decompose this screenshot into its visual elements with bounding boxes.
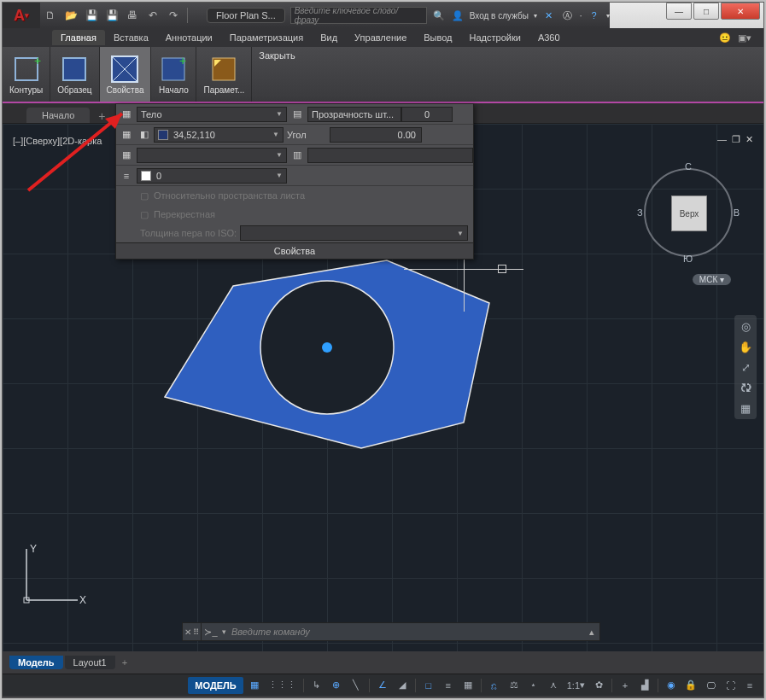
transparency-value[interactable]: 0 <box>401 107 453 122</box>
showmotion-icon[interactable]: ▦ <box>738 400 753 416</box>
login-label[interactable]: Вход в службы <box>470 11 529 20</box>
vp-minimize-icon[interactable]: — <box>717 134 727 145</box>
window-minimize-button[interactable]: — <box>666 3 692 20</box>
sb-transparency-icon[interactable]: ▦ <box>459 677 477 694</box>
props-panel-title[interactable]: Свойства <box>116 242 473 259</box>
sb-iso-icon[interactable]: ╲ <box>348 677 365 694</box>
status-bar: МОДЕЛЬ ▦ ⋮⋮⋮ ↳ ⊕ ╲ ∠ ◢ □ ≡ ▦ ⎌ ⚖ ⋆ ⋏ 1:1… <box>3 674 763 696</box>
saveas-icon[interactable]: 💾 <box>103 7 120 24</box>
sb-qp-icon[interactable]: ◉ <box>663 677 680 694</box>
color-picker-icon[interactable]: ◧ <box>137 125 154 144</box>
document-title: Floor Plan S... <box>207 8 285 23</box>
sb-osnap-icon[interactable]: ∠ <box>374 677 391 694</box>
window-close-button[interactable]: ✕ <box>721 3 760 20</box>
viewcube-west[interactable]: З <box>637 207 643 218</box>
viewcube[interactable]: Верх С Ю В З <box>637 161 740 264</box>
zoom-extents-icon[interactable]: ⤢ <box>738 359 753 375</box>
hatch-object[interactable] <box>122 226 532 499</box>
tab-annotate[interactable]: Аннотации <box>157 30 221 45</box>
featured-apps-icon[interactable]: 😐 <box>719 32 731 44</box>
ribbon-btn-pattern[interactable]: Образец <box>50 47 99 102</box>
layout-tabs: Модель Layout1 + <box>9 653 132 672</box>
sb-ortho-icon[interactable]: ↳ <box>308 677 325 694</box>
angle-value[interactable]: 0.00 <box>330 127 422 143</box>
viewcube-south[interactable]: Ю <box>683 254 693 264</box>
sb-polar-icon[interactable]: ⊕ <box>328 677 345 694</box>
app-menu-button[interactable]: A▾ <box>3 3 40 28</box>
viewcube-north[interactable]: С <box>685 161 692 172</box>
relative-to-paper-checkbox: ▢ Относительно пространства листа <box>116 186 473 205</box>
file-tab-add[interactable]: + <box>93 109 110 123</box>
pan-icon[interactable]: ✋ <box>738 339 753 354</box>
tab-view[interactable]: Вид <box>312 30 346 45</box>
cmdline-close-icon[interactable]: ✕ ⠿ <box>183 623 202 640</box>
tab-add-layout[interactable]: + <box>117 657 132 668</box>
tab-output[interactable]: Вывод <box>415 30 460 45</box>
ribbon-collapse-icon[interactable]: ▣▾ <box>738 32 751 44</box>
a360-icon[interactable]: Ⓐ <box>561 9 575 22</box>
viewcube-face-top[interactable]: Верх <box>671 195 707 231</box>
lineweight-dropdown[interactable]: 0▼ <box>137 168 287 184</box>
cmdline-history-icon[interactable]: ▴ <box>584 627 599 638</box>
hatch-color-dropdown[interactable]: 34,52,110▼ <box>154 127 284 143</box>
sb-workspace-icon[interactable]: ✿ <box>590 677 607 694</box>
sb-custom-icon[interactable]: ≡ <box>741 677 758 694</box>
help-icon[interactable]: ? <box>588 9 601 22</box>
sb-units-icon[interactable]: ▟ <box>636 677 653 694</box>
cmdline-input[interactable]: Введите команду <box>228 627 584 637</box>
sb-ui-lock-icon[interactable]: 🔒 <box>682 677 699 694</box>
ribbon-btn-boundaries[interactable]: + Контуры <box>3 47 50 102</box>
sb-hardware-icon[interactable]: 🖵 <box>702 677 719 694</box>
sb-lwdisplay-icon[interactable]: ≡ <box>440 677 457 694</box>
tab-model[interactable]: Модель <box>9 656 63 669</box>
ribbon-btn-options[interactable]: Парамет... <box>196 47 252 102</box>
tab-insert[interactable]: Вставка <box>105 30 157 45</box>
wheel-icon[interactable]: ◎ <box>738 318 753 334</box>
tab-layout1[interactable]: Layout1 <box>65 656 115 669</box>
sb-snap-icon[interactable]: ⋮⋮⋮ <box>266 677 299 694</box>
search-input[interactable]: Введите ключевое слово/фразу <box>290 7 427 24</box>
vp-restore-icon[interactable]: ❐ <box>732 134 740 145</box>
ribbon-btn-properties[interactable]: Свойства <box>100 47 152 102</box>
sb-otrack-icon[interactable]: □ <box>420 677 437 694</box>
viewport-label[interactable]: [–][Сверху][2D-карка <box>13 136 102 146</box>
command-line[interactable]: ✕ ⠿ ≻_ ▾ Введите команду ▴ <box>182 622 600 641</box>
hatch-type-dropdown[interactable]: Тело▼ <box>137 107 287 122</box>
tab-home[interactable]: Главная <box>52 30 105 45</box>
sb-cycling-icon[interactable]: ⎌ <box>486 677 503 694</box>
sb-scale-label[interactable]: 1:1▾ <box>564 677 588 694</box>
cmdline-prompt-icon: ≻_ <box>202 623 220 640</box>
infocenter-search-icon[interactable]: 🔍 <box>432 9 446 22</box>
vp-close-icon[interactable]: ✕ <box>746 134 753 145</box>
sb-annovis-icon[interactable]: ⋆ <box>525 677 542 694</box>
background-color-dropdown[interactable]: ▼ <box>137 148 287 163</box>
orbit-icon[interactable]: 🗘 <box>738 380 753 395</box>
new-icon[interactable]: 🗋 <box>42 7 59 24</box>
sb-autoscale-icon[interactable]: ⋏ <box>545 677 562 694</box>
scale-dropdown[interactable] <box>307 148 473 163</box>
tab-addins[interactable]: Надстройки <box>461 30 529 45</box>
tab-parametric[interactable]: Параметризация <box>221 30 312 45</box>
user-icon[interactable]: 👤 <box>451 9 465 22</box>
sb-3dosnap-icon[interactable]: ◢ <box>394 677 411 694</box>
viewcube-east[interactable]: В <box>734 207 740 218</box>
wcs-badge[interactable]: МСК ▾ <box>693 274 731 285</box>
ribbon-btn-origin[interactable]: + Начало <box>151 47 196 102</box>
sb-grid-icon[interactable]: ▦ <box>246 677 263 694</box>
ribbon-close-button[interactable]: Закрыть <box>252 47 301 64</box>
tab-manage[interactable]: Управление <box>346 30 415 45</box>
sb-annoscale-icon[interactable]: ⚖ <box>506 677 523 694</box>
file-tab-start[interactable]: Начало <box>26 108 90 123</box>
exchange-icon[interactable]: ✕ <box>542 9 556 22</box>
save-icon[interactable]: 💾 <box>83 7 100 24</box>
redo-icon[interactable]: ↷ <box>165 7 182 24</box>
sb-cleanscreen-icon[interactable]: ⛶ <box>722 677 739 694</box>
undo-icon[interactable]: ↶ <box>144 7 161 24</box>
transparency-dropdown[interactable]: Прозрачность шт... <box>307 107 401 122</box>
plot-icon[interactable]: 🖶 <box>124 7 141 24</box>
open-icon[interactable]: 📂 <box>62 7 79 24</box>
sb-modelspace-button[interactable]: МОДЕЛЬ <box>188 677 243 694</box>
window-maximize-button[interactable]: □ <box>693 3 719 20</box>
tab-a360[interactable]: A360 <box>529 30 569 45</box>
sb-annomonitor-icon[interactable]: + <box>617 677 634 694</box>
